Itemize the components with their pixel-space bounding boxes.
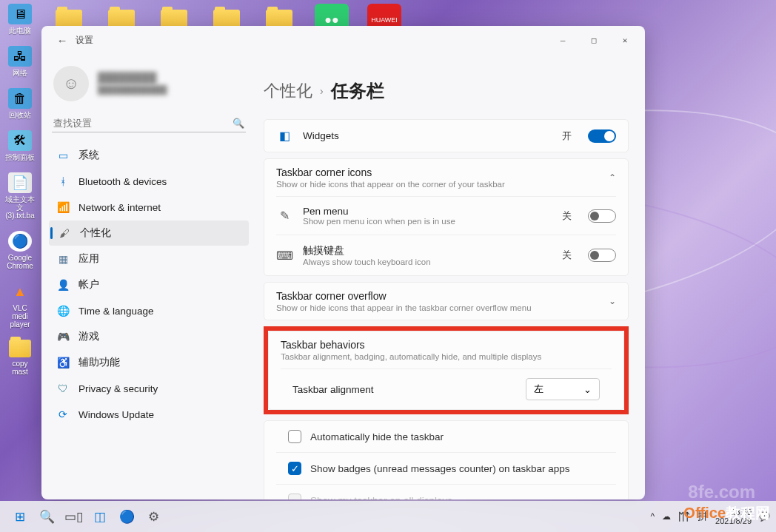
avatar-icon: ☺ — [53, 66, 89, 101]
settings-button[interactable]: ⚙ — [142, 505, 164, 528]
widgets-button[interactable]: ◫ — [89, 505, 111, 528]
sidebar-item-label: 系统 — [78, 149, 99, 162]
desktop-icon-chrome[interactable]: 🔵Google Chrome — [4, 231, 36, 270]
taskbar-pinned: ⊞ 🔍 ▭▯ ◫ 🔵 ⚙ — [9, 505, 164, 528]
behaviors-header[interactable]: Taskbar behaviors Taskbar alignment, bad… — [269, 331, 623, 368]
desktop-icon-this-pc[interactable]: 🖥此电脑 — [4, 4, 36, 35]
corner-icons-card: Taskbar corner icons Show or hide icons … — [264, 158, 629, 276]
keyboard-icon: ⌨ — [276, 249, 292, 263]
sidebar-item-apps[interactable]: ▦应用 — [49, 246, 249, 272]
overflow-card[interactable]: Taskbar corner overflow Show or hide ico… — [264, 282, 629, 320]
task-view-button[interactable]: ▭▯ — [62, 505, 84, 528]
maximize-button[interactable]: □ — [578, 29, 609, 51]
desktop-icons: 🖥此电脑 🖧网络 🗑回收站 🛠控制面板 📄域主文本文 (3).txt.ba 🔵G… — [4, 4, 36, 376]
account-block[interactable]: ☺ ████████ ████████████ — [49, 58, 249, 109]
titlebar: ← 设置 — □ ✕ — [41, 26, 645, 54]
start-button[interactable]: ⊞ — [9, 505, 31, 528]
search-icon: 🔍 — [233, 118, 244, 129]
sidebar-item-priv[interactable]: 🛡Privacy & security — [49, 376, 249, 401]
sidebar-item-label: Bluetooth & devices — [78, 176, 167, 187]
sidebar-item-label: Privacy & security — [78, 383, 158, 394]
widgets-card[interactable]: ◧ Widgets 开 — [264, 119, 629, 152]
checkbox-label: Show badges (unread messages counter) on… — [310, 463, 569, 474]
desktop-icon-control-panel[interactable]: 🛠控制面板 — [4, 130, 36, 161]
pers-icon: 🖌 — [58, 227, 71, 239]
sidebar-item-time[interactable]: 🌐Time & language — [49, 298, 249, 323]
content-pane: 个性化 › 任务栏 ◧ Widgets 开 Taskbar corner ico… — [256, 54, 645, 499]
chrome-button[interactable]: 🔵 — [116, 505, 138, 528]
close-button[interactable]: ✕ — [609, 29, 640, 51]
watermark-8fe: 8fe.com — [688, 482, 755, 502]
sidebar-item-acct[interactable]: 👤帐户 — [49, 272, 249, 297]
sidebar-item-pers[interactable]: 🖌个性化 — [49, 220, 249, 246]
chevron-right-icon: › — [320, 85, 324, 97]
show-badges-row[interactable]: ✓ Show badges (unread messages counter) … — [264, 453, 628, 484]
sidebar-item-bt[interactable]: ᚼBluetooth & devices — [49, 169, 249, 194]
back-button[interactable]: ← — [52, 34, 73, 47]
breadcrumb: 个性化 › 任务栏 — [264, 79, 629, 103]
chevron-up-icon: ⌃ — [609, 172, 616, 183]
nav-list: ▭系统ᚼBluetooth & devices📶Network & intern… — [49, 143, 249, 427]
widgets-label: Widgets — [303, 130, 552, 141]
sidebar-item-access[interactable]: ♿辅助功能 — [49, 350, 249, 375]
pen-menu-toggle[interactable] — [588, 209, 616, 223]
chevron-down-icon: ⌄ — [609, 296, 616, 306]
desktop-icon-network[interactable]: 🖧网络 — [4, 46, 36, 77]
widgets-icon: ◧ — [276, 129, 292, 143]
time-icon: 🌐 — [56, 305, 70, 317]
alignment-label: Taskbar alignment — [292, 384, 526, 395]
breadcrumb-current: 任务栏 — [331, 79, 384, 103]
toggle-state-label: 开 — [562, 129, 572, 143]
access-icon: ♿ — [56, 357, 70, 368]
corner-icons-header[interactable]: Taskbar corner icons Show or hide icons … — [264, 159, 628, 196]
bt-icon: ᚼ — [56, 175, 70, 187]
taskbar-alignment-row: Taskbar alignment 左 ⌄ — [269, 369, 623, 409]
sidebar-item-net[interactable]: 📶Network & internet — [49, 195, 249, 220]
checkbox-label: Automatically hide the taskbar — [310, 431, 444, 442]
desktop-icon-textfile[interactable]: 📄域主文本文 (3).txt.ba — [4, 172, 36, 220]
chevron-down-icon: ⌄ — [583, 384, 592, 395]
sidebar-item-label: Time & language — [78, 306, 154, 317]
breadcrumb-parent[interactable]: 个性化 — [264, 80, 312, 102]
desktop-icon-vlc[interactable]: ▲VLC medi player — [4, 281, 36, 329]
behavior-checks-card: Automatically hide the taskbar ✓ Show ba… — [264, 420, 629, 499]
sidebar-item-upd[interactable]: ⟳Windows Update — [49, 402, 249, 427]
sidebar-item-label: 帐户 — [78, 278, 99, 292]
search-box[interactable]: 🔍 — [52, 115, 246, 132]
minimize-button[interactable]: — — [547, 29, 578, 51]
search-button[interactable]: 🔍 — [36, 505, 58, 528]
acct-icon: 👤 — [56, 279, 70, 291]
desktop-icon-folder[interactable]: copy mast — [4, 340, 36, 376]
sidebar: ☺ ████████ ████████████ 🔍 ▭系统ᚼBluetooth … — [41, 54, 256, 499]
touch-keyboard-toggle[interactable] — [588, 249, 616, 262]
upd-icon: ⟳ — [56, 408, 70, 420]
pen-menu-row: ✎ Pen menu Show pen menu icon when pen i… — [264, 197, 628, 235]
search-input[interactable] — [53, 118, 233, 129]
tray-chevron-icon[interactable]: ^ — [650, 511, 655, 522]
window-title: 设置 — [76, 34, 93, 47]
auto-hide-row[interactable]: Automatically hide the taskbar — [264, 421, 628, 452]
sidebar-item-label: 个性化 — [80, 226, 111, 240]
widgets-toggle[interactable] — [588, 129, 616, 143]
apps-icon: ▦ — [56, 253, 70, 265]
desktop-icon-recycle[interactable]: 🗑回收站 — [4, 88, 36, 119]
alignment-dropdown[interactable]: 左 ⌄ — [526, 378, 600, 400]
checkbox[interactable]: ✓ — [288, 462, 301, 475]
sidebar-item-game[interactable]: 🎮游戏 — [49, 324, 249, 349]
checkbox[interactable] — [288, 430, 301, 443]
checkbox-label: Show my taskbar on all displays — [310, 495, 452, 500]
net-icon: 📶 — [56, 201, 70, 213]
tray-onedrive-icon[interactable]: ☁ — [662, 511, 671, 522]
taskbar: ⊞ 🔍 ▭▯ ◫ 🔵 ⚙ ^ ☁ ᛖᛏ 拼 13:30 2021/8/29 💬 — [0, 501, 776, 532]
sidebar-item-label: 应用 — [78, 252, 99, 266]
touch-keyboard-row: ⌨ 触摸键盘 Always show touch keyboard icon 关 — [264, 235, 628, 275]
priv-icon: 🛡 — [56, 383, 70, 394]
sidebar-item-system[interactable]: ▭系统 — [49, 143, 249, 168]
checkbox — [288, 494, 301, 499]
sidebar-item-label: Windows Update — [78, 409, 154, 420]
show-all-displays-row: Show my taskbar on all displays — [264, 485, 628, 499]
watermark-office: Office教程网 — [683, 503, 770, 523]
pen-icon: ✎ — [276, 209, 292, 223]
taskbar-behaviors-highlight: Taskbar behaviors Taskbar alignment, bad… — [264, 326, 629, 414]
account-email: ████████████ — [98, 84, 167, 95]
